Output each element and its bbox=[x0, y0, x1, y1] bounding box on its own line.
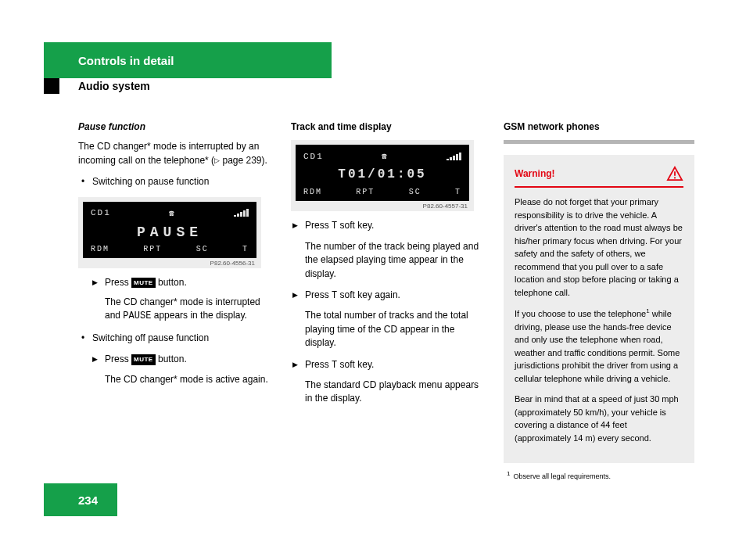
chapter-header: Controls in detail bbox=[44, 42, 332, 78]
warning-header: Warning! bbox=[515, 166, 683, 188]
col2-heading: Track and time display bbox=[291, 120, 482, 134]
col2-step-1-desc: The number of the track being played and… bbox=[291, 240, 482, 281]
lcd-main-text: PAUSE bbox=[91, 224, 249, 240]
warning-p1: Please do not forget that your primary r… bbox=[515, 196, 683, 299]
mute-key-icon: MUTE bbox=[131, 278, 156, 289]
lcd-cd-label: CD1 bbox=[303, 152, 324, 161]
col2-step-2-desc: The total number of tracks and the total… bbox=[291, 309, 482, 350]
col1-step-1-desc: The CD changer* mode is interrupted and … bbox=[78, 296, 269, 324]
col1-bullet-2: Switching off pause function bbox=[78, 332, 269, 345]
figure-caption-2: P82.60-4557-31 bbox=[296, 203, 469, 210]
lcd-screen: CD1 ☎ PAUSE RDM RPT SC T bbox=[83, 202, 256, 258]
col1-step-2-desc: The CD changer* mode is active again. bbox=[78, 373, 269, 386]
column-3: GSM network phones Warning! Please do no… bbox=[504, 120, 694, 482]
mute-key-icon: MUTE bbox=[131, 354, 156, 365]
phone-icon: ☎ bbox=[382, 151, 389, 161]
col1-intro: The CD changer* mode is interrupted by a… bbox=[78, 140, 269, 167]
svg-point-1 bbox=[674, 178, 676, 179]
col1-list-2: Switching off pause function bbox=[78, 332, 269, 345]
display-pause: CD1 ☎ PAUSE RDM RPT SC T P82.60-4556-31 bbox=[78, 197, 261, 268]
col1-heading: Pause function bbox=[78, 120, 269, 134]
col1-list: Switching on pause function bbox=[78, 175, 269, 188]
figure-caption-1: P82.60-4556-31 bbox=[83, 260, 256, 267]
lcd-top-row: CD1 ☎ bbox=[91, 208, 249, 218]
manual-page: Controls in detail Audio system Pause fu… bbox=[0, 0, 746, 560]
section-title: Audio system bbox=[78, 80, 150, 92]
lcd-softkeys: RDM RPT SC T bbox=[303, 188, 461, 196]
signal-icon bbox=[234, 209, 249, 217]
warning-p3: Bear in mind that at a speed of just 30 … bbox=[515, 393, 683, 444]
display-track: CD1 ☎ T01/01:05 RDM RPT SC T P82.60-455 bbox=[291, 140, 474, 211]
page-number: 234 bbox=[44, 483, 117, 516]
column-1: Pause function The CD changer* mode is i… bbox=[78, 120, 269, 482]
warning-p2: If you choose to use the telephone1 whil… bbox=[515, 307, 683, 385]
lcd-cd-label: CD1 bbox=[91, 208, 111, 217]
divider bbox=[504, 140, 694, 144]
col1-step-1: Press MUTE button. bbox=[78, 276, 269, 289]
lcd-top-row: CD1 ☎ bbox=[303, 151, 461, 161]
col2-step-3-desc: The standard CD playback menu appears in… bbox=[291, 379, 482, 406]
column-2: Track and time display CD1 ☎ T01/01:05 R… bbox=[291, 120, 482, 482]
content-columns: Pause function The CD changer* mode is i… bbox=[78, 120, 702, 482]
col3-heading: GSM network phones bbox=[504, 120, 694, 134]
chapter-title: Controls in detail bbox=[78, 54, 174, 67]
lcd-softkeys: RDM RPT SC T bbox=[91, 245, 249, 253]
lcd-screen: CD1 ☎ T01/01:05 RDM RPT SC T bbox=[296, 145, 469, 201]
signal-icon bbox=[447, 153, 461, 160]
lcd-main-text: T01/01:05 bbox=[303, 167, 461, 181]
col2-step-2: Press T soft key again. bbox=[291, 289, 482, 303]
section-marker bbox=[44, 78, 59, 94]
warning-title: Warning! bbox=[515, 168, 555, 179]
warning-icon bbox=[666, 166, 683, 181]
col1-step-2: Press MUTE button. bbox=[78, 353, 269, 366]
col2-step-3: Press T soft key. bbox=[291, 358, 482, 372]
col1-bullet-1: Switching on pause function bbox=[78, 175, 269, 188]
warning-box: Warning! Please do not forget that your … bbox=[504, 155, 694, 463]
phone-icon: ☎ bbox=[169, 208, 176, 218]
col2-step-1: Press T soft key. bbox=[291, 219, 482, 233]
footnote: 1Observe all legal requirements. bbox=[507, 469, 694, 482]
